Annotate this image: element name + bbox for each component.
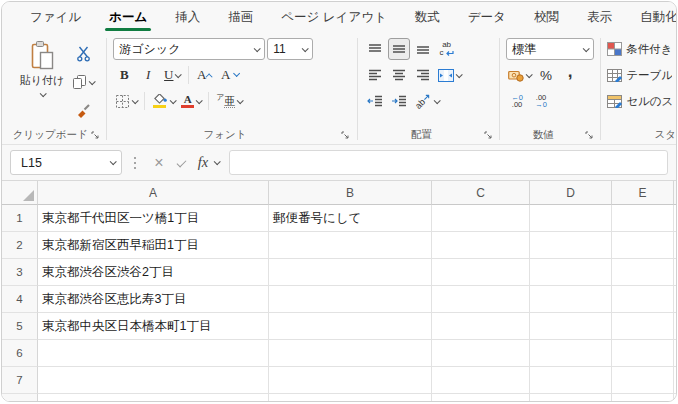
increase-decimal-button[interactable]: ←0.00 [506,90,528,112]
underline-button[interactable]: U [161,64,183,86]
tab-insert[interactable]: 挿入 [161,2,214,32]
row-header[interactable]: 6 [2,340,38,367]
name-box[interactable]: L15 [10,150,122,175]
align-right-button[interactable] [412,64,434,86]
cell-c3[interactable] [432,259,530,286]
cell-f5[interactable] [674,313,677,340]
wrap-text-button[interactable]: ab c [436,38,458,60]
orientation-button[interactable]: ab [412,90,441,112]
cell-b8[interactable] [269,394,432,402]
cell-c6[interactable] [432,340,530,367]
align-bottom-button[interactable] [412,38,434,60]
column-header-a[interactable]: A [38,181,269,205]
row-header[interactable]: 5 [2,313,38,340]
formula-input[interactable] [229,150,668,175]
align-top-button[interactable] [364,38,386,60]
cell-a3[interactable]: 東京都渋谷区渋谷2丁目 [38,259,269,286]
cell-c1[interactable] [432,205,530,232]
tab-file[interactable]: ファイル [16,2,95,32]
comma-style-button[interactable]: , [559,64,581,86]
tab-draw[interactable]: 描画 [214,2,267,32]
cell-f6[interactable] [674,340,677,367]
fill-color-button[interactable] [150,90,177,112]
phonetic-button[interactable]: ア亜 [214,90,244,112]
copy-button[interactable] [70,70,96,94]
align-middle-button[interactable] [388,38,410,60]
percent-style-button[interactable]: % [535,64,557,86]
row-header[interactable] [2,394,38,402]
insert-function-button[interactable]: fx [192,152,214,174]
cell-f7[interactable] [674,367,677,394]
chevron-down-icon[interactable] [39,90,46,97]
decrease-indent-button[interactable] [364,90,386,112]
column-header-c[interactable]: C [432,181,530,205]
enter-button[interactable] [170,152,192,174]
cell-a7[interactable] [38,367,269,394]
cell-d4[interactable] [530,286,612,313]
tab-data[interactable]: データ [454,2,520,32]
paste-button[interactable]: 貼り付け [14,36,70,124]
cell-f4[interactable] [674,286,677,313]
tab-view[interactable]: 表示 [573,2,626,32]
grow-font-button[interactable]: A [194,64,216,86]
cell-a2[interactable]: 東京都新宿区西早稲田1丁目 [38,232,269,259]
column-header-d[interactable]: D [530,181,612,205]
cell-e2[interactable] [612,232,674,259]
number-format-combo[interactable]: 標準 [506,38,594,60]
cell-f8[interactable] [674,394,677,402]
dialog-launcher-icon[interactable] [482,129,494,141]
dialog-launcher-icon[interactable] [583,129,595,141]
cell-b3[interactable] [269,259,432,286]
cell-d3[interactable] [530,259,612,286]
dialog-launcher-icon[interactable] [340,129,352,141]
borders-button[interactable] [113,90,139,112]
row-header[interactable]: 7 [2,367,38,394]
bold-button[interactable]: B [113,64,135,86]
column-header-partial[interactable] [674,181,677,205]
cell-c8[interactable] [432,394,530,402]
cell-f1[interactable] [674,205,677,232]
row-header[interactable]: 1 [2,205,38,232]
cell-c2[interactable] [432,232,530,259]
italic-button[interactable]: I [137,64,159,86]
cancel-button[interactable]: × [148,152,170,174]
cell-a8[interactable] [38,394,269,402]
cell-e6[interactable] [612,340,674,367]
cell-b6[interactable] [269,340,432,367]
dialog-launcher-icon[interactable] [89,129,101,141]
format-painter-button[interactable] [70,98,96,122]
currency-format-button[interactable] [506,64,533,86]
cell-d2[interactable] [530,232,612,259]
cell-b2[interactable] [269,232,432,259]
cell-b7[interactable] [269,367,432,394]
tab-automate[interactable]: 自動化 [626,2,677,32]
cell-a6[interactable] [38,340,269,367]
cell-e5[interactable] [612,313,674,340]
formula-bar-resize-handle[interactable] [134,162,136,164]
align-center-button[interactable] [388,64,410,86]
cell-d8[interactable] [530,394,612,402]
cut-button[interactable] [70,42,96,66]
font-size-combo[interactable]: 11 [267,38,313,60]
format-as-table-button[interactable]: テーブルとし [607,62,672,88]
merge-center-button[interactable] [436,64,463,86]
cell-c7[interactable] [432,367,530,394]
cell-e1[interactable] [612,205,674,232]
cell-a1[interactable]: 東京都千代田区一ツ橋1丁目 [38,205,269,232]
tab-review[interactable]: 校閲 [520,2,573,32]
cell-b1[interactable]: 郵便番号にして [269,205,432,232]
column-header-e[interactable]: E [612,181,674,205]
font-name-combo[interactable]: 游ゴシック [113,38,265,60]
cell-e3[interactable] [612,259,674,286]
select-all-corner[interactable] [2,181,38,205]
cell-f2[interactable] [674,232,677,259]
cell-b5[interactable] [269,313,432,340]
row-header[interactable]: 4 [2,286,38,313]
align-left-button[interactable] [364,64,386,86]
cell-e8[interactable] [612,394,674,402]
cell-b4[interactable] [269,286,432,313]
cell-e4[interactable] [612,286,674,313]
cell-d1[interactable] [530,205,612,232]
tab-page-layout[interactable]: ページ レイアウト [267,2,401,32]
tab-formulas[interactable]: 数式 [401,2,454,32]
